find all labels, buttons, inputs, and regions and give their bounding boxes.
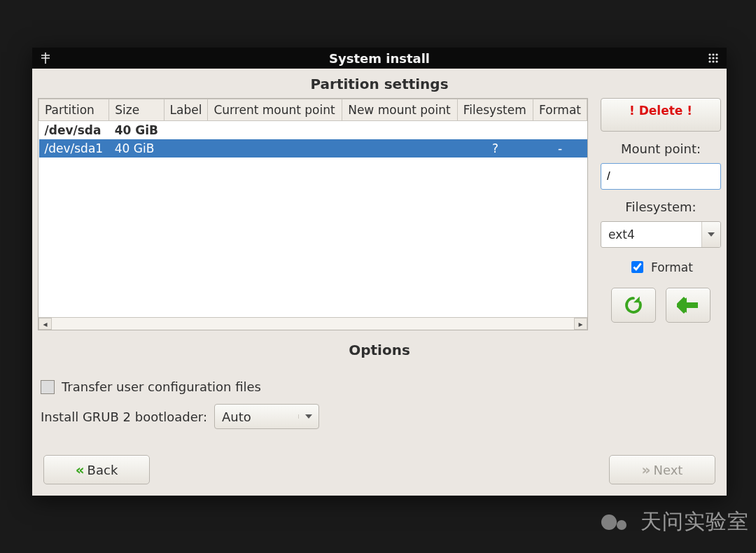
svg-point-7 (712, 60, 714, 62)
next-button[interactable]: » Next (609, 455, 715, 484)
installer-window: System install Partition settings (32, 48, 727, 496)
watermark: 天问实验室 (601, 507, 749, 536)
table-cell (342, 121, 458, 140)
bootloader-label: Install GRUB 2 bootloader: (41, 410, 207, 424)
refresh-icon (623, 295, 644, 316)
col-partition[interactable]: Partition (39, 99, 109, 121)
format-checkbox-label[interactable]: Format (651, 260, 693, 274)
table-cell: 40 GiB (109, 139, 164, 158)
scroll-left-icon[interactable]: ◂ (38, 318, 52, 330)
chevrons-left-icon: « (76, 461, 85, 478)
scroll-right-icon[interactable]: ▸ (574, 318, 587, 330)
table-cell: 40 GiB (109, 121, 164, 140)
undo-button[interactable] (666, 288, 710, 323)
refresh-button[interactable] (611, 288, 656, 323)
partition-sidebar: ! Delete ! Mount point: Filesystem: ext4… (601, 98, 721, 330)
table-cell (457, 121, 533, 140)
table-cell (164, 139, 208, 158)
table-row[interactable]: /dev/sda140 GiB?- (39, 139, 587, 158)
horizontal-scrollbar[interactable]: ◂ ▸ (38, 317, 587, 330)
table-cell (533, 121, 587, 140)
svg-point-2 (715, 53, 718, 55)
table-cell: /dev/sda (39, 121, 109, 140)
chevrons-right-icon: » (642, 461, 651, 478)
table-cell (342, 139, 458, 158)
svg-rect-9 (685, 302, 698, 308)
partition-settings-heading: Partition settings (32, 69, 727, 98)
col-filesystem[interactable]: Filesystem (457, 99, 533, 121)
bootloader-combo[interactable]: Auto (214, 404, 319, 429)
options-heading: Options (32, 330, 727, 364)
svg-point-6 (708, 60, 710, 62)
svg-point-3 (708, 57, 710, 59)
next-button-label: Next (653, 463, 682, 477)
col-current-mount[interactable]: Current mount point (208, 99, 342, 121)
svg-point-8 (715, 60, 718, 62)
watermark-logo-icon (601, 512, 634, 533)
mount-point-combo[interactable] (601, 163, 721, 190)
partition-table-frame: Partition Size Label Current mount point… (38, 98, 588, 330)
col-label[interactable]: Label (164, 99, 208, 121)
table-cell: /dev/sda1 (39, 139, 109, 158)
watermark-text: 天问实验室 (640, 507, 749, 536)
col-new-mount[interactable]: New mount point (342, 99, 458, 121)
back-button-label: Back (88, 463, 118, 477)
filesystem-label: Filesystem: (601, 200, 721, 214)
window-menu-icon[interactable] (39, 52, 52, 64)
col-size[interactable]: Size (109, 99, 164, 121)
delete-button[interactable]: ! Delete ! (601, 98, 721, 132)
format-checkbox[interactable] (631, 261, 643, 273)
window-apps-icon[interactable] (707, 52, 720, 64)
mount-point-label: Mount point: (601, 141, 721, 156)
table-cell (164, 121, 208, 140)
table-cell: ? (457, 139, 533, 158)
bootloader-value: Auto (215, 410, 298, 424)
mount-point-input[interactable] (601, 164, 756, 189)
col-format[interactable]: Format (533, 99, 587, 121)
table-row[interactable]: /dev/sda40 GiB (39, 121, 587, 140)
back-button[interactable]: « Back (43, 455, 150, 484)
window-title: System install (52, 51, 707, 66)
table-cell (208, 139, 342, 158)
filesystem-combo[interactable]: ext4 (601, 221, 721, 248)
arrow-left-icon (677, 295, 699, 315)
table-cell (208, 121, 342, 140)
filesystem-value: ext4 (601, 222, 701, 247)
titlebar: System install (32, 48, 727, 69)
table-cell: - (533, 139, 587, 158)
transfer-config-label: Transfer user configuration files (62, 379, 261, 394)
svg-point-5 (715, 57, 718, 59)
transfer-config-checkbox[interactable] (41, 380, 55, 394)
svg-point-4 (712, 57, 714, 59)
chevron-down-icon[interactable] (701, 222, 720, 247)
partition-table-header-row: Partition Size Label Current mount point… (39, 99, 587, 121)
partition-table[interactable]: Partition Size Label Current mount point… (38, 99, 587, 158)
svg-point-0 (708, 53, 710, 55)
svg-point-1 (712, 53, 714, 55)
scroll-track[interactable] (52, 318, 574, 330)
chevron-down-icon[interactable] (298, 414, 318, 419)
